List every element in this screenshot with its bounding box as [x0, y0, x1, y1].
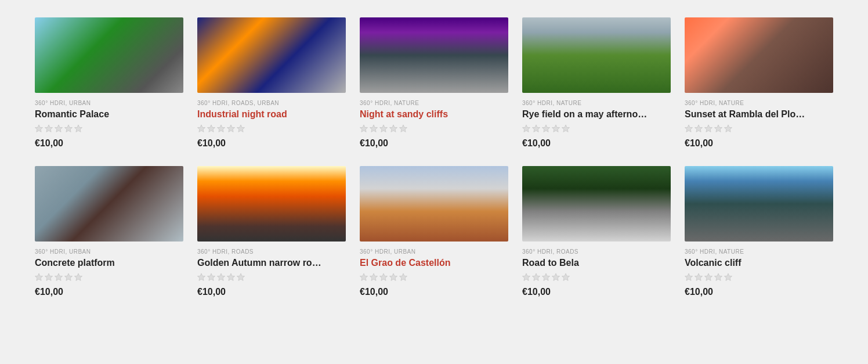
star-icon: [542, 273, 550, 281]
product-card-road-bela[interactable]: 360° HDRI, ROADS Road to Bela €10,00: [522, 166, 671, 297]
svg-marker-32: [218, 273, 225, 280]
svg-marker-36: [370, 273, 378, 280]
product-card-night-sandy-cliffs[interactable]: 360° HDRI, NATURE Night at sandy cliffs …: [360, 17, 508, 149]
product-price: €10,00: [522, 287, 671, 297]
star-icon: [532, 273, 540, 281]
product-title: Night at sandy cliffs: [360, 109, 508, 120]
svg-marker-38: [390, 273, 397, 280]
svg-marker-5: [198, 125, 205, 132]
product-stars: [522, 273, 671, 281]
svg-marker-27: [55, 273, 63, 280]
svg-marker-18: [552, 125, 560, 132]
product-title: El Grao de Castellón: [360, 257, 508, 268]
svg-marker-2: [55, 125, 63, 132]
product-card-golden-autumn[interactable]: 360° HDRI, ROADS Golden Autumn narrow ro…: [197, 166, 346, 297]
star-icon: [217, 273, 225, 281]
svg-marker-29: [75, 273, 82, 280]
star-icon: [217, 124, 225, 132]
product-title: Concrete platform: [35, 257, 183, 268]
product-card-romantic-palace[interactable]: 360° HDRI, URBAN Romantic Palace €10,00: [35, 17, 183, 149]
product-price: €10,00: [35, 138, 183, 149]
star-icon: [695, 273, 703, 281]
svg-marker-6: [208, 125, 215, 132]
product-image: [522, 166, 671, 242]
product-image: [522, 17, 671, 93]
product-price: €10,00: [360, 138, 508, 149]
svg-marker-43: [552, 273, 560, 280]
svg-marker-22: [705, 125, 713, 132]
product-title: Rye field on a may afterno…: [522, 109, 671, 120]
star-icon: [64, 124, 73, 132]
product-price: €10,00: [360, 287, 508, 297]
svg-marker-24: [725, 125, 732, 132]
product-price: €10,00: [522, 138, 671, 149]
star-icon: [389, 124, 397, 132]
star-icon: [714, 273, 722, 281]
svg-marker-49: [725, 273, 732, 280]
product-image: [35, 166, 183, 242]
product-title: Sunset at Rambla del Plo…: [685, 109, 833, 120]
product-card-volcanic-cliff[interactable]: 360° HDRI, NATURE Volcanic cliff €10,00: [685, 166, 833, 297]
star-icon: [552, 124, 560, 132]
star-icon: [237, 273, 245, 281]
product-image: [685, 166, 833, 242]
star-icon: [64, 273, 73, 281]
product-title: Industrial night road: [197, 109, 346, 120]
svg-marker-3: [65, 125, 73, 132]
product-card-sunset-rambla[interactable]: 360° HDRI, NATURE Sunset at Rambla del P…: [685, 17, 833, 149]
star-icon: [704, 273, 713, 281]
product-tags: 360° HDRI, NATURE: [522, 100, 671, 106]
product-stars: [197, 124, 346, 132]
star-icon: [389, 273, 397, 281]
star-icon: [35, 124, 43, 132]
star-icon: [685, 124, 693, 132]
product-title: Road to Bela: [522, 257, 671, 268]
svg-marker-35: [360, 273, 368, 280]
svg-marker-8: [227, 125, 235, 132]
star-icon: [370, 273, 378, 281]
svg-marker-20: [685, 125, 693, 132]
svg-marker-11: [370, 125, 378, 132]
star-icon: [207, 273, 215, 281]
product-price: €10,00: [197, 287, 346, 297]
product-grid: 360° HDRI, URBAN Romantic Palace €10,00 …: [35, 17, 833, 297]
product-tags: 360° HDRI, NATURE: [685, 100, 833, 106]
star-icon: [360, 124, 368, 132]
svg-marker-44: [562, 273, 570, 280]
star-icon: [55, 273, 63, 281]
svg-marker-4: [75, 125, 82, 132]
product-title: Volcanic cliff: [685, 257, 833, 268]
svg-marker-15: [523, 125, 530, 132]
product-image: [360, 17, 508, 93]
product-stars: [35, 273, 183, 281]
product-card-el-grao[interactable]: 360° HDRI, URBAN El Grao de Castellón €1…: [360, 166, 508, 297]
svg-marker-16: [533, 125, 540, 132]
product-card-industrial-night-road[interactable]: 360° HDRI, ROADS, URBAN Industrial night…: [197, 17, 346, 149]
product-tags: 360° HDRI, ROADS: [522, 248, 671, 255]
star-icon: [74, 124, 82, 132]
star-icon: [685, 273, 693, 281]
product-tags: 360° HDRI, URBAN: [360, 248, 508, 255]
svg-marker-34: [237, 273, 245, 280]
product-stars: [685, 273, 833, 281]
product-card-concrete-platform[interactable]: 360° HDRI, URBAN Concrete platform €10,0…: [35, 166, 183, 297]
star-icon: [197, 124, 205, 132]
product-tags: 360° HDRI, ROADS, URBAN: [197, 100, 346, 106]
star-icon: [74, 273, 82, 281]
svg-marker-21: [695, 125, 703, 132]
star-icon: [55, 124, 63, 132]
star-icon: [704, 124, 713, 132]
product-stars: [360, 273, 508, 281]
star-icon: [522, 273, 530, 281]
svg-marker-37: [380, 273, 388, 280]
product-image: [360, 166, 508, 242]
star-icon: [532, 124, 540, 132]
product-tags: 360° HDRI, NATURE: [360, 100, 508, 106]
star-icon: [197, 273, 205, 281]
svg-marker-25: [35, 273, 43, 280]
product-card-rye-field[interactable]: 360° HDRI, NATURE Rye field on a may aft…: [522, 17, 671, 149]
svg-marker-12: [380, 125, 388, 132]
star-icon: [227, 124, 235, 132]
product-tags: 360° HDRI, URBAN: [35, 100, 183, 106]
svg-marker-42: [542, 273, 550, 280]
